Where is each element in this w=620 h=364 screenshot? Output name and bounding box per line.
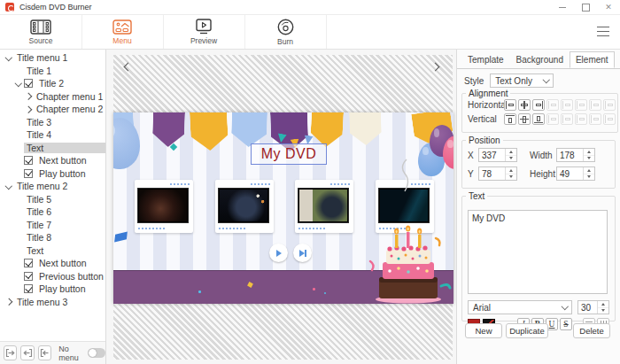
- toolbar-menu-button[interactable]: Menu: [81, 15, 164, 49]
- tab-template[interactable]: Template: [461, 52, 510, 68]
- no-menu-toggle[interactable]: [88, 348, 105, 358]
- video-thumbnail-card-1[interactable]: [135, 180, 193, 233]
- y-input[interactable]: 78: [478, 167, 517, 181]
- dotted-decoration: [170, 183, 190, 185]
- expander-open-icon[interactable]: [4, 52, 14, 63]
- tab-audio[interactable]: Audio: [615, 52, 620, 68]
- duplicate-button[interactable]: Duplicate: [506, 323, 548, 338]
- checkbox-checked-icon[interactable]: [24, 169, 33, 178]
- next-template-button[interactable]: [430, 60, 442, 73]
- distribute-icon: [562, 115, 571, 123]
- tree-item-label: Title 1: [24, 66, 54, 76]
- tree-item-title-3[interactable]: Title 3: [0, 116, 105, 129]
- font-select[interactable]: Arial: [468, 300, 572, 314]
- maximize-button[interactable]: [574, 0, 597, 14]
- tree-item-title-menu-1[interactable]: Title menu 1: [0, 51, 105, 65]
- align-bottom-button[interactable]: [532, 113, 545, 125]
- spin-up-icon[interactable]: [598, 301, 608, 308]
- previous-template-button[interactable]: [120, 60, 133, 73]
- arrow-left-icon: [23, 348, 33, 358]
- tree-item-text[interactable]: Text: [0, 244, 105, 258]
- align-top-button[interactable]: [504, 113, 516, 125]
- spin-up-icon[interactable]: [506, 149, 516, 156]
- toolbar-burn-button[interactable]: Burn: [244, 15, 327, 49]
- height-input[interactable]: 49: [556, 167, 595, 181]
- checkbox-checked-icon[interactable]: [24, 272, 33, 281]
- menu-play-button[interactable]: [269, 244, 288, 262]
- spin-down-icon[interactable]: [506, 156, 516, 162]
- tree-item-label: Title 2: [36, 78, 66, 89]
- text-content-input[interactable]: My DVD: [468, 210, 608, 294]
- checkbox-checked-icon[interactable]: [24, 79, 33, 88]
- style-select-value: Text Only: [495, 76, 532, 86]
- new-button[interactable]: New: [465, 323, 502, 338]
- tab-element[interactable]: Element: [570, 51, 615, 68]
- spin-down-icon[interactable]: [584, 156, 594, 162]
- tree-item-previous-button[interactable]: Previous button: [0, 270, 105, 283]
- tree-item-play-button[interactable]: Play button: [0, 167, 105, 181]
- align-center-horizontal-button[interactable]: [518, 99, 531, 111]
- spin-up-icon[interactable]: [584, 149, 594, 156]
- font-size-input[interactable]: 30: [577, 300, 609, 314]
- video-thumbnail-card-3[interactable]: [295, 180, 353, 233]
- menu-hamburger-icon[interactable]: [597, 27, 609, 36]
- arrow-out-icon: [5, 348, 15, 358]
- tree-item-label: Chapter menu 1: [34, 91, 105, 102]
- tree-item-next-button[interactable]: Next button: [0, 257, 105, 270]
- tab-background[interactable]: Background: [510, 52, 570, 68]
- tree-item-label: Title 6: [24, 206, 54, 217]
- dotted-decoration: [411, 183, 430, 185]
- close-button[interactable]: ✕: [597, 0, 620, 14]
- expander-closed-icon[interactable]: [23, 104, 34, 114]
- spin-up-icon[interactable]: [584, 167, 594, 174]
- tree-item-chapter-menu-1[interactable]: Chapter menu 1: [0, 90, 105, 104]
- expander-closed-icon[interactable]: [23, 91, 34, 102]
- tree-item-label: Title 8: [24, 232, 54, 243]
- tree-item-title-7[interactable]: Title 7: [0, 219, 105, 232]
- delete-button[interactable]: Delete: [573, 323, 610, 338]
- tree-item-title-8[interactable]: Title 8: [0, 231, 105, 244]
- arrow-right-icon: [40, 348, 50, 358]
- checkbox-checked-icon[interactable]: [24, 259, 33, 267]
- toolbar-source-button[interactable]: Source: [0, 15, 82, 49]
- tree-item-next-button[interactable]: Next button: [0, 154, 105, 167]
- expander-open-icon[interactable]: [13, 78, 24, 89]
- tree-item-text[interactable]: Text: [0, 142, 105, 155]
- menu-title-text[interactable]: My DVD: [251, 143, 327, 165]
- tree-item-title-5[interactable]: Title 5: [0, 193, 105, 206]
- tree-item-title-1[interactable]: Title 1: [0, 65, 105, 78]
- video-thumbnail-card-2[interactable]: [215, 180, 274, 233]
- toolbar-preview-button[interactable]: Preview: [163, 15, 245, 49]
- expander-closed-icon[interactable]: [4, 297, 14, 307]
- expander-spacer: [13, 271, 24, 282]
- tree-item-title-4[interactable]: Title 4: [0, 128, 105, 142]
- spin-down-icon[interactable]: [506, 174, 516, 181]
- minimize-button[interactable]: [551, 0, 574, 14]
- tree-item-chapter-menu-2[interactable]: Chapter menu 2: [0, 103, 105, 116]
- tree-item-title-menu-3[interactable]: Title menu 3: [0, 296, 105, 309]
- tree-move-out-button[interactable]: [4, 345, 17, 360]
- width-input[interactable]: 178: [556, 148, 595, 162]
- tree-move-left-button[interactable]: [20, 345, 34, 360]
- x-input[interactable]: 337: [478, 148, 517, 162]
- tree-item-play-button[interactable]: Play button: [0, 283, 105, 296]
- dvd-menu-canvas[interactable]: My DVD: [113, 112, 453, 304]
- align-center-vertical-button[interactable]: [518, 113, 531, 125]
- checkbox-checked-icon[interactable]: [24, 156, 33, 165]
- tree-item-title-2[interactable]: Title 2: [0, 77, 105, 90]
- align-right-button[interactable]: [532, 99, 545, 111]
- tree-item-title-menu-2[interactable]: Title menu 2: [0, 180, 105, 193]
- expander-open-icon[interactable]: [4, 181, 14, 191]
- dotted-decoration: [330, 183, 350, 185]
- distribute-horizontal-button-5: [603, 99, 616, 111]
- checkbox-checked-icon[interactable]: [24, 284, 33, 293]
- spin-down-icon[interactable]: [598, 308, 608, 314]
- video-thumbnail: [139, 190, 187, 221]
- style-select[interactable]: Text Only: [490, 74, 554, 88]
- tree-item-title-6[interactable]: Title 6: [0, 205, 105, 219]
- spin-up-icon[interactable]: [506, 167, 516, 174]
- menu-next-button[interactable]: [293, 244, 312, 262]
- spin-down-icon[interactable]: [584, 174, 594, 181]
- align-left-button[interactable]: [504, 99, 516, 111]
- tree-move-right-button[interactable]: [38, 345, 51, 360]
